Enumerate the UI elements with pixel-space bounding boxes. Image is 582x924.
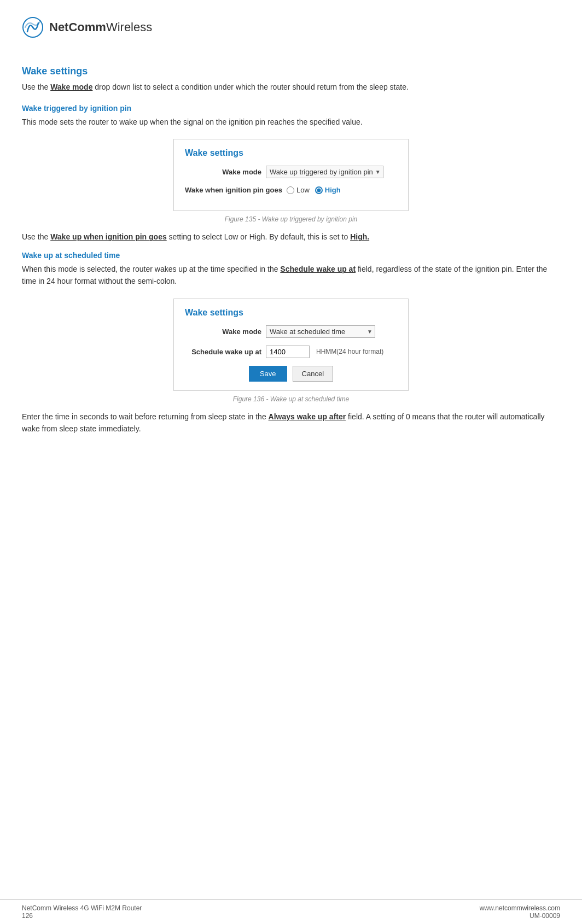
netcomm-logo-icon [22, 16, 44, 38]
page-header: NetCommWireless [22, 11, 560, 49]
ignition-row: Wake when ignition pin goes Low High [185, 186, 397, 194]
after-text-pre: Enter the time in seconds to wait before… [22, 412, 269, 421]
wake-mode-value-136: Wake at scheduled time [270, 328, 365, 336]
select-arrow-136: ▼ [365, 329, 373, 335]
figure-136-caption: Figure 136 - Wake up at scheduled time [233, 395, 350, 403]
figure-135-title: Wake settings [185, 148, 397, 158]
wake-mode-select-136[interactable]: Wake at scheduled time ▼ [266, 325, 375, 338]
wake-mode-row-135: Wake mode Wake up triggered by ignition … [185, 166, 397, 178]
radio-circle-high [315, 186, 323, 194]
figure-136-box: Wake settings Wake mode Wake at schedule… [173, 299, 409, 391]
footer-right: www.netcommwireless.com UM-00009 [480, 904, 560, 920]
subsection2-title: Wake up at scheduled time [22, 251, 560, 260]
select-arrow-135: ▼ [373, 169, 381, 175]
subsection2-text: When this mode is selected, the router w… [22, 263, 560, 288]
after-text: Enter the time in seconds to wait before… [22, 411, 560, 435]
footer-doc-number: UM-00009 [529, 912, 560, 920]
schedule-hint: HHMM(24 hour format) [316, 348, 383, 355]
radio-low-label: Low [296, 186, 310, 194]
main-content: Wake settings Use the Wake mode drop dow… [22, 49, 560, 435]
footer-website: www.netcommwireless.com [480, 904, 560, 912]
radio-high-label: High [325, 186, 341, 194]
schedule-label: Schedule wake up at [185, 348, 261, 356]
footer-company: NetComm Wireless 4G WiFi M2M Router [22, 904, 142, 912]
cancel-button[interactable]: Cancel [293, 366, 333, 382]
footer-left: NetComm Wireless 4G WiFi M2M Router 126 [22, 904, 142, 920]
wake-mode-row-136: Wake mode Wake at scheduled time ▼ [185, 325, 397, 338]
radio-circle-low [287, 186, 294, 194]
ignition-pin-goes-bold: Wake up when ignition pin goes [50, 232, 167, 241]
subsection1-text: This mode sets the router to wake up whe… [22, 116, 560, 128]
wake-mode-value-135: Wake up triggered by ignition pin [270, 168, 373, 176]
figure-136-container: Wake settings Wake mode Wake at schedule… [22, 299, 560, 403]
page-footer: NetComm Wireless 4G WiFi M2M Router 126 … [0, 899, 582, 924]
save-button[interactable]: Save [249, 366, 287, 382]
section-title: Wake settings [22, 66, 560, 77]
schedule-input[interactable] [266, 346, 310, 358]
wake-mode-bold: Wake mode [50, 83, 92, 91]
section-intro: Use the Wake mode drop down list to sele… [22, 81, 560, 93]
wake-mode-select-135[interactable]: Wake up triggered by ignition pin ▼ [266, 166, 383, 178]
radio-group-135: Low High [287, 186, 341, 194]
between-text-1-mid: setting to select Low or High. By defaul… [167, 232, 350, 241]
figure-135-container: Wake settings Wake mode Wake up triggere… [22, 139, 560, 223]
radio-high[interactable]: High [315, 186, 341, 194]
figure-136-title: Wake settings [185, 308, 397, 318]
footer-page: 126 [22, 912, 142, 920]
radio-low[interactable]: Low [287, 186, 310, 194]
between-text-1: Use the Wake up when ignition pin goes s… [22, 231, 560, 243]
schedule-row: Schedule wake up at HHMM(24 hour format) [185, 346, 397, 358]
figure-135-caption: Figure 135 - Wake up triggered by igniti… [225, 215, 358, 223]
high-bold: High. [350, 232, 369, 241]
button-row: Save Cancel [185, 366, 397, 382]
schedule-bold: Schedule wake up at [280, 265, 356, 273]
always-wake-bold: Always wake up after [269, 412, 346, 421]
logo-text: NetCommWireless [49, 20, 152, 34]
subsection2-pre: When this mode is selected, the router w… [22, 265, 280, 273]
ignition-label: Wake when ignition pin goes [185, 186, 282, 194]
wake-mode-label-135: Wake mode [185, 168, 261, 176]
wake-mode-label-136: Wake mode [185, 328, 261, 336]
figure-135-box: Wake settings Wake mode Wake up triggere… [173, 139, 409, 211]
logo: NetCommWireless [22, 16, 152, 38]
subsection1-title: Wake triggered by ignition pin [22, 104, 560, 113]
